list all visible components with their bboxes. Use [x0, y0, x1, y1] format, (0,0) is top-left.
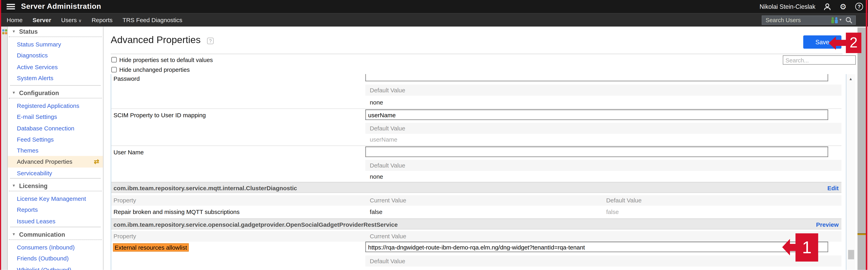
- sidebar-item-whitelist-outbound[interactable]: Whitelist (Outbound): [7, 264, 103, 270]
- page-title: Advanced Properties: [111, 34, 201, 46]
- sidebar-section-communication-header[interactable]: ▼ Communication: [8, 231, 102, 240]
- annotation-badge-1: 1: [796, 233, 818, 262]
- annotation-frame-right: [866, 0, 867, 270]
- user-name[interactable]: Nikolai Stein-Cieslak: [760, 3, 815, 10]
- default-value-band: [365, 160, 841, 171]
- default-value: false: [606, 208, 619, 215]
- gear-icon[interactable]: ⚙: [839, 2, 847, 11]
- section-divider: [10, 227, 101, 227]
- default-value-label: Default Value: [370, 87, 405, 93]
- col-current-value: Current Value: [370, 197, 406, 203]
- sidebar-item-issued-leases[interactable]: Issued Leases: [7, 215, 103, 227]
- property-name: SCIM Property to User ID mapping: [114, 112, 206, 118]
- section-divider: [10, 85, 101, 86]
- property-section-header: com.ibm.team.repository.service.mqtt.int…: [111, 182, 841, 193]
- collapse-triangle-icon: ▼: [12, 91, 16, 95]
- current-value: false: [370, 208, 382, 215]
- property-name-highlighted: External resources allowlist: [114, 244, 188, 250]
- nav-item-server[interactable]: Server: [33, 16, 51, 23]
- sidebar-item-advanced-properties-selected[interactable]: Advanced Properties ⇄: [7, 156, 103, 167]
- nav-item-reports[interactable]: Reports: [92, 16, 113, 23]
- sidebar-item-diagnostics[interactable]: Diagnostics: [7, 50, 103, 61]
- sidebar: ▼ Status Status Summary Diagnostics Acti…: [7, 27, 103, 270]
- sidebar-section-status-header[interactable]: ▼ Status: [8, 28, 102, 37]
- col-property: Property: [114, 197, 136, 203]
- scim-mapping-input[interactable]: [365, 109, 828, 120]
- default-value-label: Default Value: [370, 162, 405, 169]
- password-value-input[interactable]: [365, 74, 828, 81]
- filter-caret-icon[interactable]: ▾: [839, 18, 841, 22]
- sidebar-item-status-summary[interactable]: Status Summary: [7, 39, 103, 50]
- sidebar-section-configuration-header[interactable]: ▼ Configuration: [8, 89, 102, 98]
- search-icon[interactable]: [845, 16, 852, 24]
- preview-link[interactable]: Preview: [816, 221, 839, 228]
- property-name: User Name: [114, 149, 144, 155]
- sidebar-item-email-settings[interactable]: E-mail Settings: [7, 111, 103, 123]
- hide-unchanged-properties-checkbox[interactable]: [111, 67, 116, 72]
- nav-item-users-label: Users: [61, 16, 77, 23]
- nav-item-users[interactable]: Users∨: [61, 16, 82, 23]
- sidebar-item-themes[interactable]: Themes: [7, 145, 103, 156]
- sidebar-section-configuration: ▼ Configuration Registered Applications …: [7, 85, 103, 179]
- section-title: Licensing: [19, 182, 48, 189]
- sidebar-item-feed-settings[interactable]: Feed Settings: [7, 134, 103, 145]
- page-help-icon[interactable]: ?: [207, 38, 214, 44]
- dashboard-grid-icon[interactable]: [2, 29, 7, 34]
- collapse-gutter[interactable]: [1, 27, 8, 270]
- annotation-frame-left: [0, 0, 1, 270]
- properties-scrollbar[interactable]: ▲: [846, 74, 855, 270]
- user-icon[interactable]: [823, 2, 832, 11]
- default-value-band: [365, 256, 841, 266]
- sidebar-item-system-alerts[interactable]: System Alerts: [7, 72, 103, 83]
- sidebar-item-database-connection[interactable]: Database Connection: [7, 123, 103, 134]
- sidebar-section-status: ▼ Status Status Summary Diagnostics Acti…: [7, 28, 103, 84]
- sidebar-section-licensing: ▼ Licensing License Key Management Repor…: [7, 178, 103, 227]
- property-section-header: com.ibm.team.repository.service.opensoci…: [111, 218, 841, 229]
- filter-search-input[interactable]: [783, 57, 855, 63]
- section-title: Configuration: [19, 90, 59, 96]
- sidebar-item-consumers-inbound[interactable]: Consumers (Inbound): [7, 242, 103, 253]
- hide-default-properties-checkbox[interactable]: [111, 57, 116, 62]
- chevron-down-icon: ∨: [79, 18, 82, 23]
- nav-item-home[interactable]: Home: [7, 16, 23, 23]
- property-name: Repair broken and missing MQTT subscript…: [114, 208, 240, 215]
- sidebar-item-friends-outbound[interactable]: Friends (Outbound): [7, 253, 103, 264]
- properties-scroll-area: Password Default Value none SCIM Propert…: [111, 74, 846, 270]
- default-value: none: [370, 99, 383, 105]
- find-highlight: External resources allowlist: [114, 243, 188, 251]
- sidebar-item-license-key-management[interactable]: License Key Management: [7, 193, 103, 204]
- sidebar-item-label: Advanced Properties: [17, 158, 72, 165]
- col-default-value: Default Value: [606, 197, 642, 203]
- hide-unchanged-properties-label: Hide unchanged properties: [119, 66, 190, 73]
- sidebar-item-reports[interactable]: Reports: [7, 204, 103, 215]
- annotation-badge-2: 2: [846, 33, 861, 53]
- user-type-filter-icon[interactable]: [831, 16, 839, 24]
- nav-item-trs-feed-diagnostics[interactable]: TRS Feed Diagnostics: [123, 16, 183, 23]
- sidebar-item-serviceability[interactable]: Serviceability: [7, 168, 103, 179]
- section-class-name: com.ibm.team.repository.service.opensoci…: [114, 221, 398, 228]
- main-content: Advanced Properties ? Save Hide properti…: [104, 27, 868, 270]
- sidebar-item-active-services[interactable]: Active Services: [7, 61, 103, 72]
- help-icon[interactable]: ?: [855, 2, 863, 11]
- sidebar-item-registered-applications[interactable]: Registered Applications: [7, 100, 103, 111]
- nav-bar: Home Server Users∨ Reports TRS Feed Diag…: [0, 13, 868, 27]
- collapse-triangle-icon: ▼: [12, 184, 16, 188]
- app-header: Server Administration Nikolai Stein-Cies…: [0, 0, 868, 13]
- search-users-input[interactable]: [762, 16, 831, 23]
- section-title: Status: [19, 28, 38, 35]
- filter-search-box: [783, 55, 856, 65]
- properties-scrollbar-thumb[interactable]: [848, 250, 854, 259]
- external-resources-allowlist-input[interactable]: [365, 242, 828, 252]
- default-value-label: Default Value: [370, 125, 405, 132]
- sidebar-section-licensing-header[interactable]: ▼ Licensing: [8, 182, 102, 191]
- scroll-up-arrow-icon[interactable]: ▲: [846, 77, 855, 80]
- default-value: none: [370, 173, 383, 180]
- find-result-marker: [857, 233, 866, 235]
- user-name-value-input[interactable]: [365, 146, 828, 157]
- col-property: Property: [114, 233, 136, 239]
- hamburger-menu-icon[interactable]: [7, 4, 15, 10]
- default-value: userName: [370, 136, 397, 143]
- section-divider: [10, 178, 101, 179]
- edit-link[interactable]: Edit: [827, 184, 839, 191]
- section-class-name: com.ibm.team.repository.service.mqtt.int…: [114, 184, 297, 191]
